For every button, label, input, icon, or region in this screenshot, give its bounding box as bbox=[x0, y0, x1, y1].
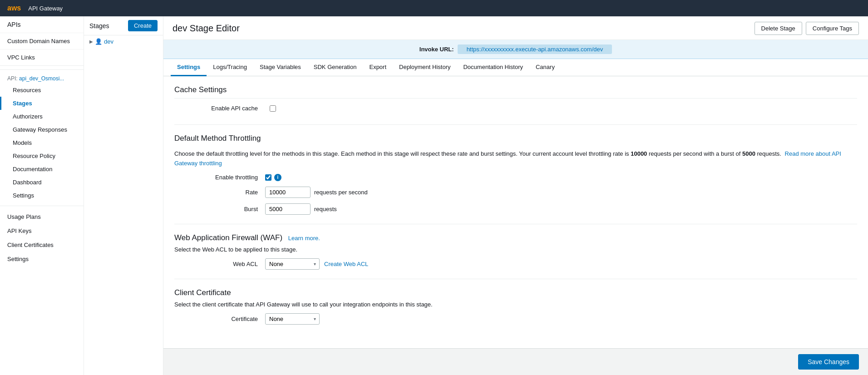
save-changes-button[interactable]: Save Changes bbox=[798, 354, 859, 370]
tab-canary[interactable]: Canary bbox=[529, 59, 561, 76]
waf-section: Web Application Firewall (WAF) Learn mor… bbox=[174, 233, 857, 270]
sidebar-api-label: API: api_dev_Osmosi... bbox=[0, 74, 84, 84]
web-acl-label: Web ACL bbox=[174, 261, 265, 267]
enable-throttling-checkbox[interactable] bbox=[265, 174, 271, 181]
client-certificate-section: Client Certificate Select the client cer… bbox=[174, 288, 857, 325]
configure-tags-button[interactable]: Configure Tags bbox=[806, 22, 859, 35]
web-acl-select[interactable]: None bbox=[265, 258, 320, 270]
certificate-label: Certificate bbox=[174, 316, 265, 322]
tab-documentation-history[interactable]: Documentation History bbox=[457, 59, 529, 76]
client-certificate-title: Client Certificate bbox=[174, 288, 857, 297]
rate-input[interactable] bbox=[265, 187, 311, 198]
sidebar-sub-resource-policy[interactable]: Resource Policy bbox=[0, 149, 84, 163]
topbar-logo: aws bbox=[7, 4, 21, 12]
burst-input[interactable] bbox=[265, 203, 311, 215]
throttling-description: Choose the default throttling level for … bbox=[174, 149, 857, 168]
throttling-title: Default Method Throttling bbox=[174, 134, 857, 143]
create-stage-button[interactable]: Create bbox=[128, 20, 158, 31]
enable-api-cache-label: Enable API cache bbox=[174, 105, 265, 112]
tab-deployment-history[interactable]: Deployment History bbox=[393, 59, 457, 76]
tabs-bar: Settings Logs/Tracing Stage Variables SD… bbox=[163, 59, 868, 76]
burst-label: Burst bbox=[174, 206, 265, 212]
throttling-burst-value: 5000 bbox=[742, 150, 755, 157]
cache-settings-title: Cache Settings bbox=[174, 85, 857, 99]
tree-dev-label[interactable]: dev bbox=[104, 38, 113, 45]
left-nav: APIs Custom Domain Names VPC Links API: … bbox=[0, 16, 84, 375]
sidebar-usage-plans[interactable]: Usage Plans bbox=[0, 210, 84, 224]
tab-settings[interactable]: Settings bbox=[171, 59, 207, 76]
certificate-select[interactable]: None bbox=[265, 313, 320, 325]
settings-content: Cache Settings Enable API cache Default … bbox=[163, 76, 868, 348]
stages-panel: Stages Create ▶ 👤 dev bbox=[84, 16, 163, 375]
tab-logs-tracing[interactable]: Logs/Tracing bbox=[207, 59, 253, 76]
stages-tree-item[interactable]: ▶ 👤 dev bbox=[84, 35, 163, 48]
sidebar-sub-models[interactable]: Models bbox=[0, 136, 84, 149]
waf-learn-more-link[interactable]: Learn more. bbox=[288, 235, 320, 242]
sidebar-nav-custom-domain-names[interactable]: Custom Domain Names bbox=[0, 33, 84, 49]
sidebar-sub-stages[interactable]: Stages bbox=[0, 97, 84, 110]
stages-panel-title: Stages bbox=[89, 22, 109, 30]
enable-throttling-label: Enable throttling bbox=[174, 174, 265, 181]
page-title: dev Stage Editor bbox=[173, 23, 240, 34]
sidebar-api-keys[interactable]: API Keys bbox=[0, 224, 84, 238]
sidebar-sub-dashboard[interactable]: Dashboard bbox=[0, 176, 84, 189]
invoke-url-value: https://xxxxxxxxxx.execute-api.amazonaws… bbox=[458, 44, 612, 54]
throttling-rate-value: 10000 bbox=[631, 150, 647, 157]
sidebar-sub-documentation[interactable]: Documentation bbox=[0, 163, 84, 176]
main-content: dev Stage Editor Delete Stage Configure … bbox=[163, 16, 868, 375]
sidebar-sub-gateway-responses[interactable]: Gateway Responses bbox=[0, 123, 84, 136]
tree-arrow-icon: ▶ bbox=[89, 39, 93, 44]
tree-person-icon: 👤 bbox=[95, 38, 102, 45]
sidebar-client-certs[interactable]: Client Certificates bbox=[0, 238, 84, 252]
enable-api-cache-checkbox[interactable] bbox=[270, 105, 276, 112]
info-icon[interactable]: i bbox=[274, 174, 281, 181]
invoke-url-label: Invoke URL: bbox=[419, 46, 454, 53]
invoke-url-bar: Invoke URL: https://xxxxxxxxxx.execute-a… bbox=[163, 40, 868, 59]
cache-settings-section: Cache Settings Enable API cache bbox=[174, 85, 857, 112]
waf-title: Web Application Firewall (WAF) Learn mor… bbox=[174, 233, 857, 242]
tab-export[interactable]: Export bbox=[363, 59, 393, 76]
sidebar-nav-vpc-links[interactable]: VPC Links bbox=[0, 49, 84, 66]
sidebar-settings-global[interactable]: Settings bbox=[0, 252, 84, 266]
burst-unit-label: requests bbox=[314, 206, 337, 212]
sidebar-api-name: api_dev_Osmosi... bbox=[19, 75, 64, 82]
sidebar-nav-apis[interactable]: APIs bbox=[0, 16, 84, 33]
footer: Save Changes bbox=[163, 348, 868, 375]
tab-sdk-generation[interactable]: SDK Generation bbox=[307, 59, 363, 76]
rate-unit-label: requests per second bbox=[314, 189, 368, 196]
throttling-section: Default Method Throttling Choose the def… bbox=[174, 134, 857, 215]
waf-description: Select the Web ACL to be applied to this… bbox=[174, 246, 857, 253]
topbar-service: API Gateway bbox=[28, 5, 63, 12]
page-header: dev Stage Editor Delete Stage Configure … bbox=[163, 16, 868, 40]
delete-stage-button[interactable]: Delete Stage bbox=[755, 22, 802, 35]
client-certificate-description: Select the client certificate that API G… bbox=[174, 301, 857, 308]
sidebar-sub-resources[interactable]: Resources bbox=[0, 84, 84, 97]
topbar: aws API Gateway bbox=[0, 0, 868, 16]
create-web-acl-link[interactable]: Create Web ACL bbox=[324, 261, 368, 267]
sidebar-sub-settings[interactable]: Settings bbox=[0, 189, 84, 202]
rate-label: Rate bbox=[174, 189, 265, 196]
tab-stage-variables[interactable]: Stage Variables bbox=[253, 59, 307, 76]
sidebar-sub-authorizers[interactable]: Authorizers bbox=[0, 110, 84, 123]
